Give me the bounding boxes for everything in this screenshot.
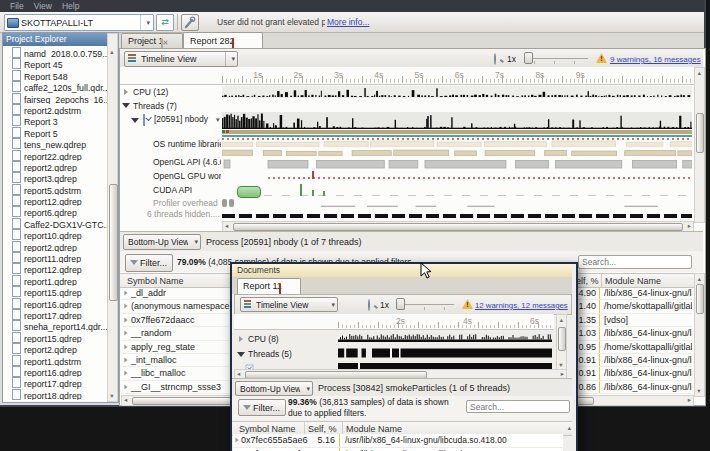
- expand-icon[interactable]: [239, 336, 243, 342]
- expand-icon[interactable]: [124, 89, 128, 95]
- scroll-right-icon[interactable]: ▸: [561, 370, 564, 378]
- project-file-item[interactable]: report12.qdrep: [3, 263, 107, 274]
- project-file-item[interactable]: report15.qdrep: [3, 332, 107, 343]
- project-file-item[interactable]: report3.qdrep: [3, 172, 107, 183]
- search-input[interactable]: [578, 255, 692, 269]
- view-selector-button[interactable]: Timeline View ▾: [240, 297, 338, 312]
- zoom-slider-handle[interactable]: [396, 298, 405, 310]
- project-file-item[interactable]: report6.qdrep: [3, 206, 107, 217]
- scroll-down-icon[interactable]: ▾: [108, 392, 116, 400]
- project-file-item[interactable]: report2.qdstrm: [3, 104, 107, 115]
- expand-icon[interactable]: [124, 304, 127, 309]
- zoom-slider-handle[interactable]: [524, 52, 533, 64]
- cuda-api-block[interactable]: [237, 186, 261, 198]
- table-row-values[interactable]: 0.86/lib/x86_64-linux-gnu/libc: [570, 381, 692, 394]
- project-file-item[interactable]: tens_new.qdrep: [3, 138, 107, 149]
- col-module-name[interactable]: Module Name: [605, 276, 661, 286]
- tab-report-11[interactable]: Report 11: [237, 278, 301, 295]
- project-explorer-scrollbar[interactable]: ▴ ▾: [107, 33, 118, 402]
- collapse-icon[interactable]: [237, 352, 245, 357]
- zoom-slider-track[interactable]: [524, 58, 588, 59]
- row-label-profiler-overhead[interactable]: Profiler overhead: [153, 198, 221, 209]
- project-file-item[interactable]: sneha_report14.qdr...: [3, 320, 107, 331]
- table-row-values[interactable]: 1.35[vdso]: [570, 314, 692, 327]
- scroll-up-icon[interactable]: ▴: [568, 424, 571, 432]
- project-file-item[interactable]: Report 548: [3, 70, 107, 81]
- project-file-item[interactable]: report16.qdrep: [3, 298, 107, 309]
- project-file-item[interactable]: caffe2_120s_full.qdr...: [3, 81, 107, 92]
- expand-icon[interactable]: [124, 384, 127, 389]
- expand-icon[interactable]: [235, 438, 238, 443]
- table-row-values[interactable]: 1.03/lib/x86_64-linux-gnu/libc: [570, 327, 692, 340]
- documents-title-bar[interactable]: Documents: [232, 264, 572, 278]
- menu-item[interactable]: File: [10, 1, 24, 11]
- scroll-right-icon[interactable]: ▸: [688, 396, 691, 404]
- row-label-cuda-api[interactable]: CUDA API: [153, 185, 221, 196]
- scroll-down-icon[interactable]: ▾: [557, 361, 565, 369]
- warnings-messages-link[interactable]: 9 warnings, 16 messages: [610, 55, 701, 64]
- pane-view-selector[interactable]: Bottom-Up View ▾: [123, 234, 201, 250]
- timeline-vscrollbar[interactable]: ▴: [694, 67, 705, 223]
- col-symbol-name[interactable]: Symbol Name: [239, 424, 296, 434]
- scroll-down-icon[interactable]: ▾: [695, 387, 703, 395]
- filter-button[interactable]: Filter...: [238, 399, 286, 416]
- table-row[interactable]: 0x7fec655a5ae65.16/usr/lib/x86_64-linux-…: [233, 434, 563, 448]
- menu-item[interactable]: Help: [62, 1, 79, 11]
- menu-item[interactable]: View: [34, 1, 52, 11]
- col-symbol-name[interactable]: Symbol Name: [127, 276, 184, 286]
- project-file-item[interactable]: report1.qdstrm: [3, 355, 107, 366]
- project-file-item[interactable]: report15.qdrep: [3, 286, 107, 297]
- tools-button[interactable]: [181, 14, 199, 31]
- thread-checkbox[interactable]: [143, 114, 145, 126]
- scrollbar-thumb[interactable]: [696, 113, 704, 153]
- scrollbar-thumb[interactable]: [558, 327, 566, 351]
- project-file-item[interactable]: Report 3: [3, 115, 107, 126]
- project-file-item[interactable]: report11.qdrep: [3, 252, 107, 263]
- scroll-right-icon[interactable]: ▸: [688, 222, 691, 230]
- expand-icon[interactable]: [124, 291, 127, 296]
- row-label-hidden-threads[interactable]: 6 threads hidden....: [147, 209, 221, 220]
- project-file-item[interactable]: report2.qdrep: [3, 343, 107, 354]
- row-label-threads[interactable]: Threads (5): [248, 349, 318, 360]
- row-label-threads[interactable]: Threads (7): [133, 101, 218, 112]
- project-file-item[interactable]: report18.qdrep: [3, 389, 107, 400]
- project-file-item[interactable]: report16.qdrep: [3, 366, 107, 377]
- row-label-os-runtime[interactable]: OS runtime libraries: [153, 139, 221, 150]
- table-vscrollbar[interactable]: ▴ ▾: [694, 273, 705, 397]
- scroll-left-icon[interactable]: ◂: [225, 222, 228, 230]
- reconnect-button[interactable]: ⇄: [156, 14, 174, 31]
- warnings-messages-link[interactable]: 12 warnings, 12 messages: [475, 301, 569, 310]
- expand-icon[interactable]: [124, 371, 127, 376]
- project-file-item[interactable]: report12.qdrep: [3, 195, 107, 206]
- view-selector-button[interactable]: Timeline View ▾: [124, 51, 238, 67]
- project-file-item[interactable]: report2.qdrep: [3, 161, 107, 172]
- scrollbar-thumb[interactable]: [109, 184, 118, 301]
- project-file-item[interactable]: namd_2018.0.0.759...: [3, 47, 107, 58]
- scroll-up-icon[interactable]: ▴: [695, 275, 704, 283]
- col-module-name[interactable]: Module Name: [346, 424, 402, 434]
- expand-icon[interactable]: [124, 317, 127, 322]
- scroll-up-icon[interactable]: ▴: [695, 69, 704, 77]
- project-file-item[interactable]: report2.qdrep: [3, 241, 107, 252]
- expand-icon[interactable]: [124, 344, 127, 349]
- project-file-item[interactable]: fairseq_2epochs_16...: [3, 93, 107, 104]
- expand-icon[interactable]: [124, 331, 127, 336]
- pane-view-selector[interactable]: Bottom-Up View ▾: [235, 381, 313, 396]
- filter-button[interactable]: Filter...: [125, 254, 173, 272]
- table-row-values[interactable]: 0.91/lib/x86_64-linux-gnu/libc: [570, 367, 692, 380]
- scrollbar-thumb[interactable]: [696, 284, 704, 314]
- scroll-up-icon[interactable]: ▴: [557, 316, 566, 324]
- project-file-item[interactable]: report22.qdrep: [3, 150, 107, 161]
- project-file-item[interactable]: Report 45: [3, 58, 107, 69]
- project-file-item[interactable]: Report 5: [3, 127, 107, 138]
- table-row-values[interactable]: 0.91/lib/x86_64-linux-gnu/libc: [570, 354, 692, 367]
- table-row-values[interactable]: 0.95/home/skottapalli/gitlab/l: [570, 341, 692, 354]
- col-self-pct[interactable]: Self, %: [308, 424, 340, 434]
- tab-project-1[interactable]: Project 1: [121, 33, 183, 49]
- scroll-left-icon[interactable]: ◂: [237, 370, 240, 378]
- table-row-values[interactable]: 1.40/home/skottapalli/gitlab/l: [570, 300, 692, 313]
- project-file-item[interactable]: Caffe2-DGX1V-GTC...: [3, 218, 107, 229]
- project-file-item[interactable]: report17.qdrep: [3, 309, 107, 320]
- table-row-values[interactable]: 4.90/lib/x86_64-linux-gnu/libc: [570, 287, 692, 300]
- row-label-opengl-api[interactable]: OpenGL API (4.6.0 NVI: [153, 157, 221, 168]
